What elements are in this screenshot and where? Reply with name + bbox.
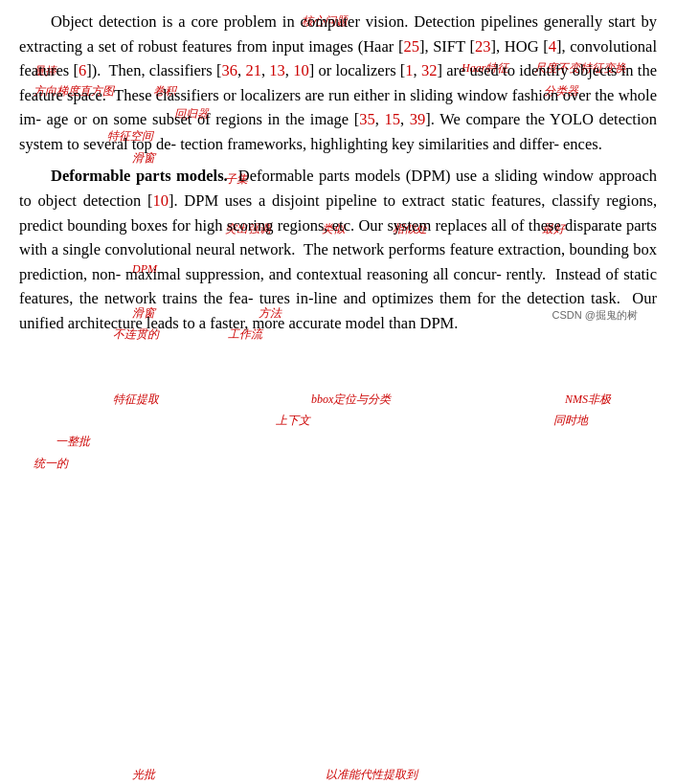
cite-35: 35 [359,110,375,128]
paragraph-2: Deformable parts models. Deformable part… [19,164,657,335]
cite-10a: 10 [293,61,309,79]
cite-1: 1 [405,61,413,79]
annotation-unified: 统一的 [34,455,68,473]
cite-25: 25 [403,37,419,56]
paragraph-1: Object detection is a core problem in co… [19,10,657,156]
cite-23: 23 [475,37,491,56]
cite-6: 6 [79,61,86,79]
annotation-bottom-left: 光批 [132,766,155,784]
annotation-context: 上下文 [276,412,310,430]
annotation-bottom-mid: 以准能代性提取到 [326,766,417,784]
cite-21: 21 [245,61,261,79]
cite-36: 36 [222,61,238,79]
cite-10b: 10 [152,191,169,210]
annotation-feature-extract: 特征提取 [113,391,159,409]
cite-13: 13 [269,61,285,79]
annotation-concurrent: 同时地 [553,412,588,430]
annotation-inline: 一整批 [56,433,90,451]
annotation-bbox: bbox定位与分类 [311,391,391,409]
cite-4: 4 [549,37,556,56]
cite-15: 15 [385,110,401,128]
annotation-nms: NMS非极 [565,391,611,409]
paragraph-2-title: Deformable parts models. [51,167,228,185]
cite-32: 32 [421,61,438,79]
main-text-body: Object detection is a core problem in co… [19,10,657,335]
cite-39: 39 [410,110,426,128]
